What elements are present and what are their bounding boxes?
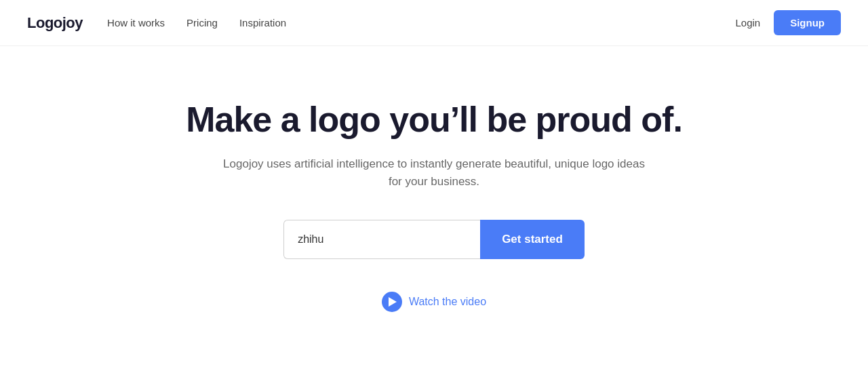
- get-started-button[interactable]: Get started: [480, 220, 585, 259]
- hero-title: Make a logo you’ll be proud of.: [186, 100, 682, 139]
- nav-pricing[interactable]: Pricing: [186, 17, 218, 28]
- header-right: Login Signup: [735, 10, 841, 35]
- login-button[interactable]: Login: [735, 17, 760, 28]
- watch-video-link[interactable]: Watch the video: [382, 292, 486, 312]
- nav-inspiration[interactable]: Inspiration: [239, 17, 286, 28]
- signup-button[interactable]: Signup: [774, 10, 841, 35]
- logo[interactable]: Logojoy: [27, 14, 83, 32]
- cta-row: Get started: [283, 220, 585, 259]
- header-left: Logojoy How it works Pricing Inspiration: [27, 14, 286, 32]
- business-name-input[interactable]: [283, 220, 480, 259]
- main-content: Make a logo you’ll be proud of. Logojoy …: [0, 46, 868, 353]
- nav-how-it-works[interactable]: How it works: [107, 17, 165, 28]
- watch-video-label: Watch the video: [409, 296, 486, 308]
- main-nav: How it works Pricing Inspiration: [107, 17, 286, 28]
- site-header: Logojoy How it works Pricing Inspiration…: [0, 0, 868, 46]
- play-triangle-icon: [389, 297, 397, 307]
- hero-subtitle: Logojoy uses artificial intelligence to …: [217, 155, 651, 190]
- play-icon: [382, 292, 402, 312]
